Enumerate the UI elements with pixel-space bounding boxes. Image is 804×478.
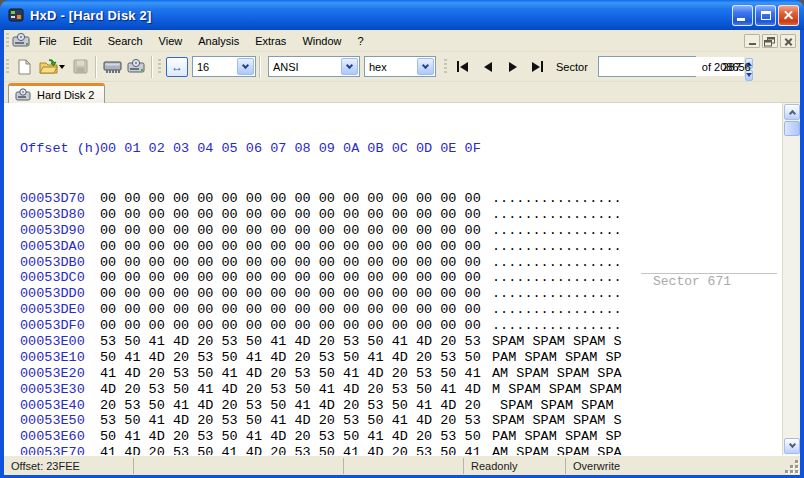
last-sector-button[interactable] bbox=[525, 56, 550, 77]
row-ascii[interactable]: ................ bbox=[492, 270, 622, 285]
sector-total-label: of 208656 bbox=[696, 61, 757, 73]
row-ascii[interactable]: SPAM SPAM SPAM S bbox=[492, 413, 622, 428]
hex-row: 00053E1050 41 4D 20 53 50 41 4D 20 53 50… bbox=[20, 350, 101, 366]
tab-hard-disk-2[interactable]: Hard Disk 2 bbox=[8, 83, 105, 103]
row-bytes[interactable]: 00 00 00 00 00 00 00 00 00 00 00 00 00 0… bbox=[100, 223, 481, 238]
row-ascii[interactable]: ................ bbox=[492, 318, 622, 333]
scroll-up-icon[interactable] bbox=[784, 104, 800, 120]
menu-item-window[interactable]: Window bbox=[294, 31, 349, 51]
row-bytes[interactable]: 53 50 41 4D 20 53 50 41 4D 20 53 50 41 4… bbox=[100, 413, 481, 428]
chevron-down-icon[interactable] bbox=[417, 58, 434, 75]
row-ascii[interactable]: SPAM SPAM SPAM S bbox=[492, 334, 622, 349]
row-bytes[interactable]: 50 41 4D 20 53 50 41 4D 20 53 50 41 4D 2… bbox=[100, 350, 481, 365]
row-offset: 00053DC0 bbox=[20, 270, 85, 285]
scroll-down-icon[interactable] bbox=[784, 438, 800, 454]
mdi-minimize-button[interactable] bbox=[744, 34, 760, 48]
menu-item-extras[interactable]: Extras bbox=[247, 31, 294, 51]
row-bytes[interactable]: 00 00 00 00 00 00 00 00 00 00 00 00 00 0… bbox=[100, 286, 481, 301]
row-bytes[interactable]: 41 4D 20 53 50 41 4D 20 53 50 41 4D 20 5… bbox=[100, 366, 481, 381]
row-ascii[interactable]: PAM SPAM SPAM SP bbox=[492, 429, 622, 444]
chevron-down-icon[interactable] bbox=[341, 58, 358, 75]
row-bytes[interactable]: 00 00 00 00 00 00 00 00 00 00 00 00 00 0… bbox=[100, 207, 481, 222]
open-dropdown-arrow-icon[interactable] bbox=[59, 65, 65, 72]
row-bytes[interactable]: 00 00 00 00 00 00 00 00 00 00 00 00 00 0… bbox=[100, 255, 481, 270]
new-file-icon bbox=[17, 59, 31, 75]
open-ram-button[interactable] bbox=[100, 56, 124, 78]
row-bytes[interactable]: 00 00 00 00 00 00 00 00 00 00 00 00 00 0… bbox=[100, 239, 481, 254]
close-button[interactable] bbox=[778, 5, 799, 26]
mdi-restore-button[interactable] bbox=[762, 34, 778, 48]
row-ascii[interactable]: SPAM SPAM SPAM bbox=[492, 398, 622, 413]
menu-item-file[interactable]: File bbox=[31, 31, 65, 51]
row-ascii[interactable]: ................ bbox=[492, 302, 622, 317]
restore-icon bbox=[764, 37, 776, 47]
new-file-button[interactable] bbox=[12, 56, 36, 78]
row-ascii[interactable]: M SPAM SPAM SPAM bbox=[492, 382, 622, 397]
row-bytes[interactable]: 00 00 00 00 00 00 00 00 00 00 00 00 00 0… bbox=[100, 318, 481, 333]
maximize-button[interactable] bbox=[755, 5, 776, 26]
menu-item-analysis[interactable]: Analysis bbox=[190, 31, 247, 51]
menu-item-search[interactable]: Search bbox=[100, 31, 151, 51]
row-bytes[interactable]: 53 50 41 4D 20 53 50 41 4D 20 53 50 41 4… bbox=[100, 334, 481, 349]
row-bytes[interactable]: 00 00 00 00 00 00 00 00 00 00 00 00 00 0… bbox=[100, 191, 481, 206]
sector-label: Sector bbox=[550, 61, 594, 73]
title-bar[interactable]: HxD - [Hard Disk 2] bbox=[0, 0, 804, 30]
bytes-per-row-toggle[interactable]: ↔ bbox=[166, 57, 188, 77]
menubar-grip[interactable] bbox=[6, 33, 9, 49]
hex-row: 00053D7000 00 00 00 00 00 00 00 00 00 00… bbox=[20, 191, 101, 207]
prev-sector-button[interactable] bbox=[475, 56, 500, 77]
status-write-mode: Overwrite bbox=[565, 458, 800, 474]
mdi-close-button[interactable] bbox=[780, 34, 796, 48]
tab-bar: Hard Disk 2 bbox=[4, 82, 800, 103]
menu-item-edit[interactable]: Edit bbox=[65, 31, 100, 51]
offset-header: Offset (h) bbox=[20, 141, 101, 156]
row-bytes[interactable]: 20 53 50 41 4D 20 53 50 41 4D 20 53 50 4… bbox=[100, 398, 481, 413]
row-bytes[interactable]: 50 41 4D 20 53 50 41 4D 20 53 50 41 4D 2… bbox=[100, 429, 481, 444]
row-ascii[interactable]: ................ bbox=[492, 191, 622, 206]
row-offset: 00053DE0 bbox=[20, 302, 85, 317]
next-sector-button[interactable] bbox=[500, 56, 525, 77]
minimize-button[interactable] bbox=[732, 5, 753, 26]
status-panel-3 bbox=[343, 458, 463, 474]
row-ascii[interactable]: ................ bbox=[492, 255, 622, 270]
open-disk-button[interactable] bbox=[124, 56, 148, 78]
bytes-per-row-combo[interactable]: 16 bbox=[192, 56, 256, 77]
toolbar-grip[interactable] bbox=[6, 59, 9, 75]
status-offset: Offset: 23FEE bbox=[4, 458, 133, 474]
row-offset: 00053DF0 bbox=[20, 318, 85, 333]
hex-editor[interactable]: Offset (h) 00 01 02 03 04 05 06 07 08 09… bbox=[4, 103, 800, 455]
save-button[interactable] bbox=[68, 56, 92, 78]
row-ascii[interactable]: ................ bbox=[492, 223, 622, 238]
menu-item-help[interactable]: ? bbox=[350, 31, 372, 51]
row-bytes[interactable]: 00 00 00 00 00 00 00 00 00 00 00 00 00 0… bbox=[100, 270, 481, 285]
row-offset: 00053DA0 bbox=[20, 239, 85, 254]
row-bytes[interactable]: 00 00 00 00 00 00 00 00 00 00 00 00 00 0… bbox=[100, 302, 481, 317]
sector-spin-edit[interactable] bbox=[598, 56, 696, 77]
vertical-scrollbar[interactable] bbox=[782, 103, 800, 455]
hex-rows: 00053D7000 00 00 00 00 00 00 00 00 00 00… bbox=[20, 191, 101, 478]
scrollbar-thumb[interactable] bbox=[784, 121, 800, 136]
first-sector-button[interactable] bbox=[450, 56, 475, 77]
hex-row: 00053E2041 4D 20 53 50 41 4D 20 53 50 41… bbox=[20, 366, 101, 382]
encoding-combo[interactable]: ANSI bbox=[268, 56, 360, 77]
menu-item-view[interactable]: View bbox=[151, 31, 191, 51]
row-ascii[interactable]: AM SPAM SPAM SPA bbox=[492, 366, 622, 381]
hxd-window: HxD - [Hard Disk 2] FileEditSearchViewAn… bbox=[0, 0, 804, 478]
open-file-button[interactable] bbox=[36, 56, 68, 78]
app-icon[interactable] bbox=[8, 7, 24, 23]
menu-items: FileEditSearchViewAnalysisExtrasWindow? bbox=[31, 31, 372, 51]
chevron-down-icon[interactable] bbox=[237, 58, 254, 75]
hex-row: 00053DD000 00 00 00 00 00 00 00 00 00 00… bbox=[20, 286, 101, 302]
row-ascii[interactable]: ................ bbox=[492, 286, 622, 301]
offset-base-combo[interactable]: hex bbox=[364, 56, 436, 77]
toolbar-grip-2[interactable] bbox=[158, 59, 161, 75]
hex-row: 00053DE000 00 00 00 00 00 00 00 00 00 00… bbox=[20, 302, 101, 318]
row-ascii[interactable]: ................ bbox=[492, 207, 622, 222]
resize-grip[interactable] bbox=[785, 460, 799, 474]
row-ascii[interactable]: ................ bbox=[492, 239, 622, 254]
row-ascii[interactable]: PAM SPAM SPAM SP bbox=[492, 350, 622, 365]
row-bytes[interactable]: 4D 20 53 50 41 4D 20 53 50 41 4D 20 53 5… bbox=[100, 382, 481, 397]
row-offset: 00053E60 bbox=[20, 429, 85, 444]
toolbar-grip-3[interactable] bbox=[444, 59, 447, 75]
byte-column-headers: 00 01 02 03 04 05 06 07 08 09 0A 0B 0C 0… bbox=[100, 141, 481, 156]
